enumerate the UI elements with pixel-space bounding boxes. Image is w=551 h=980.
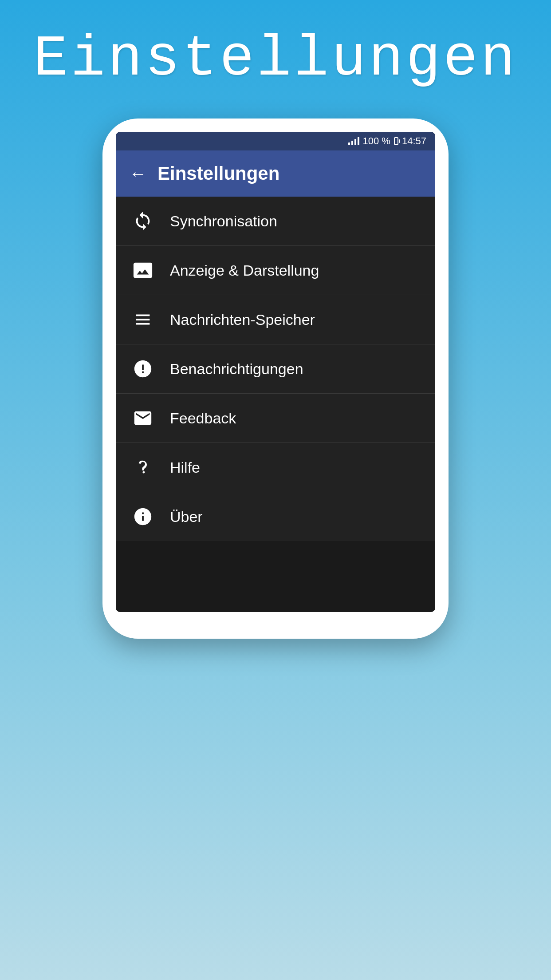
email-icon <box>132 407 154 429</box>
storage-icon <box>132 308 154 331</box>
empty-area <box>116 541 435 612</box>
sync-icon <box>132 210 154 232</box>
menu-item-ueber[interactable]: Über <box>116 492 435 541</box>
menu-item-nachrichten[interactable]: Nachrichten-Speicher <box>116 295 435 344</box>
menu-label-hilfe: Hilfe <box>170 459 200 476</box>
menu-item-benachrichtigungen[interactable]: Benachrichtigungen <box>116 344 435 394</box>
menu-label-synchronisation: Synchronisation <box>170 213 277 230</box>
menu-item-hilfe[interactable]: Hilfe <box>116 443 435 492</box>
signal-icon <box>348 137 359 145</box>
menu-label-ueber: Über <box>170 508 203 526</box>
page-title: Einstellungen <box>33 27 518 92</box>
menu-label-benachrichtigungen: Benachrichtigungen <box>170 360 303 378</box>
app-header: ← Einstellungen <box>116 150 435 197</box>
phone-frame: 100 % 14:57 ← Einstellungen Synchronisat… <box>102 119 449 639</box>
menu-label-feedback: Feedback <box>170 410 236 427</box>
menu-label-anzeige: Anzeige & Darstellung <box>170 262 319 279</box>
back-button[interactable]: ← <box>129 164 147 184</box>
menu-list: Synchronisation Anzeige & Darstellung <box>116 197 435 541</box>
battery-icon <box>394 137 398 145</box>
image-icon <box>132 259 154 281</box>
header-title: Einstellungen <box>157 163 279 184</box>
menu-label-nachrichten: Nachrichten-Speicher <box>170 311 315 328</box>
clock: 14:57 <box>402 135 426 147</box>
alert-icon <box>132 358 154 380</box>
status-bar: 100 % 14:57 <box>116 132 435 150</box>
menu-item-synchronisation[interactable]: Synchronisation <box>116 197 435 246</box>
menu-item-feedback[interactable]: Feedback <box>116 394 435 443</box>
phone-screen: 100 % 14:57 ← Einstellungen Synchronisat… <box>116 132 435 612</box>
menu-item-anzeige[interactable]: Anzeige & Darstellung <box>116 246 435 295</box>
help-icon <box>132 456 154 478</box>
info-icon <box>132 506 154 528</box>
battery-percent: 100 % <box>363 135 390 147</box>
